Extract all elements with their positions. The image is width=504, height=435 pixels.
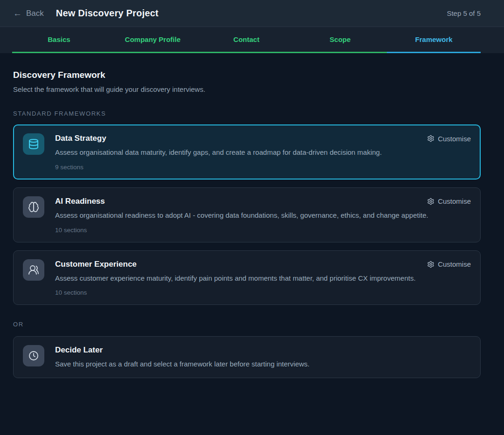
gear-icon (427, 261, 434, 268)
or-label: OR (13, 321, 481, 328)
section-title: Discovery Framework (13, 70, 481, 80)
brain-icon (23, 196, 44, 218)
customise-label: Customise (438, 260, 471, 268)
framework-section-count: 10 sections (55, 289, 471, 296)
framework-description: Assess organisational data maturity, ide… (55, 147, 445, 158)
tab-scope[interactable]: Scope (293, 27, 387, 53)
main-content: Discovery Framework Select the framework… (0, 53, 504, 378)
tab-basics[interactable]: Basics (12, 27, 106, 53)
tab-framework[interactable]: Framework (387, 27, 481, 53)
framework-section-count: 10 sections (55, 227, 471, 234)
back-button[interactable]: ← Back (13, 9, 44, 18)
framework-card-list: Data Strategy Customise Assess organisat… (13, 124, 481, 305)
customise-label: Customise (438, 135, 471, 143)
section-subtitle: Select the framework that will guide you… (13, 85, 481, 93)
framework-name: Customer Experience (55, 260, 137, 269)
framework-description: Assess customer experience maturity, ide… (55, 273, 445, 283)
decide-later-description: Save this project as a draft and select … (55, 359, 445, 369)
wizard-tabbar: Basics Company Profile Contact Scope Fra… (0, 27, 504, 53)
standard-frameworks-label: STANDARD FRAMEWORKS (13, 110, 481, 117)
clock-icon (23, 345, 44, 366)
framework-name: AI Readiness (55, 197, 105, 206)
back-arrow-icon: ← (13, 9, 22, 18)
framework-section-count: 9 sections (55, 164, 471, 171)
database-icon (23, 133, 44, 155)
page-title: New Discovery Project (56, 8, 159, 19)
users-icon (23, 259, 44, 281)
header: ← Back New Discovery Project Step 5 of 5 (0, 0, 504, 27)
customise-button[interactable]: Customise (427, 260, 471, 268)
framework-description: Assess organisational readiness to adopt… (55, 210, 445, 221)
framework-card-customer-experience[interactable]: Customer Experience Customise Assess cus… (13, 250, 481, 305)
decide-later-title: Decide Later (55, 345, 103, 355)
customise-label: Customise (438, 197, 471, 205)
step-indicator: Step 5 of 5 (447, 9, 481, 17)
back-button-label: Back (26, 9, 44, 18)
tab-contact[interactable]: Contact (200, 27, 294, 53)
framework-card-ai-readiness[interactable]: AI Readiness Customise Assess organisati… (13, 187, 481, 242)
gear-icon (427, 135, 434, 142)
gear-icon (427, 198, 434, 205)
customise-button[interactable]: Customise (427, 135, 471, 143)
decide-later-card[interactable]: Decide Later Save this project as a draf… (13, 336, 481, 378)
framework-card-data-strategy[interactable]: Data Strategy Customise Assess organisat… (13, 124, 481, 180)
customise-button[interactable]: Customise (427, 197, 471, 205)
tab-company-profile[interactable]: Company Profile (106, 27, 200, 53)
framework-name: Data Strategy (55, 134, 106, 143)
